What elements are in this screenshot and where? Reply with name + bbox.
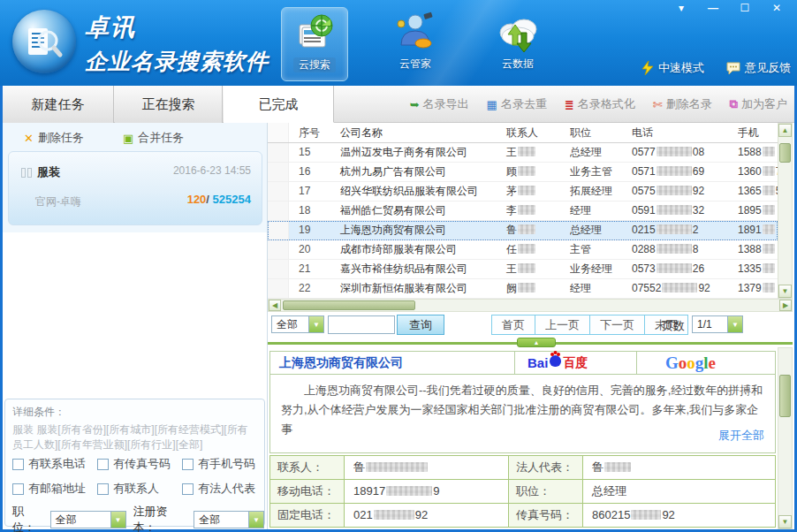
table-vertical-scrollbar[interactable]: ▲ ▼ [778, 123, 793, 299]
delete-list-button[interactable]: ✄ 删除名录 [653, 96, 712, 112]
checkbox-has-phone[interactable]: 有联系电话 [12, 456, 97, 472]
scroll-right-icon[interactable]: ▶ [779, 300, 792, 311]
format-list-label: 名录格式化 [578, 96, 635, 112]
nav-cloud-search-button[interactable]: 云搜索 [281, 7, 348, 81]
redacted-text [763, 166, 775, 176]
position-filter-select[interactable]: 全部 ▼ [50, 511, 126, 528]
table-row[interactable]: 16 杭州九易广告有限公司 顾 业务主管 057169 13607 [268, 163, 778, 182]
query-button[interactable]: 查询 [397, 315, 444, 335]
vertical-scroll-thumb[interactable] [779, 143, 791, 163]
header-selector-col [268, 123, 289, 142]
detail-vertical-scrollbar[interactable]: ▼ [778, 347, 793, 529]
window-minimize-button[interactable]: — [702, 2, 725, 16]
capital-filter-select[interactable]: 全部 ▼ [194, 511, 264, 528]
detail-scroll-thumb[interactable] [779, 375, 791, 417]
cell-tel: 02152 [632, 221, 738, 239]
collapse-detail-button[interactable]: ▲ [517, 338, 556, 347]
tab-new-task[interactable]: 新建任务 [3, 86, 114, 123]
task-card[interactable]: 服装 2016-6-23 14:55 官网-卓嗨 120/ 525254 [8, 151, 262, 225]
merge-task-icon: ▣ [123, 132, 133, 145]
add-customer-button[interactable]: ⧉ 加为客户 [730, 96, 787, 112]
checkbox-has-fax[interactable]: 有传真号码 [97, 456, 182, 472]
checkbox-has-mobile[interactable]: 有手机号码 [182, 456, 255, 472]
redacted-text [657, 186, 692, 195]
table-horizontal-scrollbar[interactable]: ◀ ▶ [268, 299, 793, 312]
header-seq: 序号 [289, 123, 337, 142]
table-row[interactable]: 17 绍兴华联纺织品服装有限公司 茅 拓展经理 057592 13655 [268, 182, 778, 201]
merge-task-button[interactable]: ▣ 合并任务 [123, 130, 184, 146]
checkbox-has-legal-rep[interactable]: 有法人代表 [182, 481, 255, 497]
cell-company: 成都市绮部服装有限公司 [337, 240, 505, 259]
horizontal-scroll-thumb[interactable] [283, 300, 415, 310]
delete-task-icon: ✕ [24, 132, 34, 145]
cell-contact: 王 [505, 143, 570, 162]
cell-title: 拓展经理 [570, 182, 632, 201]
window-maximize-button[interactable]: ☐ [733, 2, 756, 16]
mobile-field-label: 移动电话： [270, 480, 345, 503]
cell-tel: 057169 [632, 163, 738, 181]
position-filter-value: 全部 [51, 513, 77, 528]
cell-selector [268, 182, 289, 201]
page-select[interactable]: 1/1 ▼ [692, 315, 743, 333]
speed-mode-button[interactable]: 中速模式 [641, 60, 704, 76]
cell-mobile: 1379 [738, 279, 778, 298]
magnifier-doc-icon [24, 21, 65, 62]
delete-list-label: 删除名录 [666, 96, 712, 112]
scroll-down-icon[interactable]: ▼ [778, 285, 792, 298]
table-row-selected[interactable]: 19 上海恩功商贸有限公司 鲁 总经理 02152 1891 [268, 221, 778, 240]
legal-rep-field-label: 法人代表： [509, 456, 583, 479]
app-title: 卓讯 企业名录搜索软件 [85, 11, 269, 76]
checkbox-icon [97, 459, 109, 470]
cell-contact: 王 [505, 260, 570, 278]
task-name: 服装 [37, 164, 60, 180]
table-row[interactable]: 20 成都市绮部服装有限公司 任 主管 02888 1388 [268, 240, 778, 260]
delete-task-label: 删除任务 [38, 130, 84, 146]
cell-contact: 茅 [505, 182, 570, 201]
search-input[interactable] [328, 315, 395, 334]
table-row[interactable]: 18 福州皓仁贸易有限公司 李 经理 059132 1895 [268, 201, 778, 221]
capital-filter-value: 全部 [194, 513, 220, 528]
cell-selector [268, 260, 289, 278]
window-close-button[interactable]: ✕ [765, 2, 788, 16]
app-title-line2: 企业名录搜索软件 [85, 47, 269, 76]
nav-cloud-data-button[interactable]: 云数据 [484, 7, 551, 81]
next-page-button[interactable]: 下一页 [589, 315, 645, 335]
chevron-down-icon: ▼ [248, 512, 263, 528]
checkbox-has-email[interactable]: 有邮箱地址 [12, 481, 97, 497]
checkbox-has-contact[interactable]: 有联系人 [97, 481, 182, 497]
tab-completed[interactable]: 已完成 [224, 86, 334, 123]
baidu-search-button[interactable]: Bai 百度 [514, 352, 636, 374]
task-count-separator: / [206, 193, 209, 206]
scroll-down-icon[interactable]: ▼ [778, 515, 792, 528]
detail-fields-table: 联系人： 鲁 法人代表： 鲁 移动电话： 189179 职位： 总经理 固定电话… [269, 455, 776, 528]
redacted-text [662, 283, 697, 293]
cloud-manager-icon [382, 7, 449, 57]
table-row[interactable]: 22 深圳市新恒佑服装有限公司 阙 经理 0755292 1379 [268, 279, 778, 299]
column-filter-select[interactable]: 全部 ▼ [271, 315, 324, 333]
checkbox-label: 有传真号码 [113, 456, 171, 472]
first-page-button[interactable]: 首页 [491, 315, 535, 335]
merge-task-label: 合并任务 [138, 130, 184, 146]
prev-page-button[interactable]: 上一页 [535, 315, 590, 335]
google-search-button[interactable]: Google [636, 352, 775, 374]
delete-task-button[interactable]: ✕ 删除任务 [24, 130, 84, 146]
tab-searching[interactable]: 正在搜索 [115, 86, 223, 123]
redacted-text [763, 186, 775, 195]
redacted-text [631, 510, 661, 520]
export-list-button[interactable]: ➥ 名录导出 [410, 96, 469, 112]
table-row[interactable]: 21 嘉兴市裕佳纺织品有限公司 王 业务经理 057326 1335 [268, 260, 778, 279]
redacted-text [657, 244, 692, 254]
expand-all-link[interactable]: 展开全部 [718, 426, 764, 445]
dedupe-list-button[interactable]: ▦ 名录去重 [487, 96, 547, 112]
capital-filter-label: 注册资本： [133, 504, 191, 532]
window-menu-button[interactable]: ▾ [670, 2, 693, 16]
feedback-button[interactable]: 意见反馈 [726, 60, 791, 76]
checkbox-label: 有邮箱地址 [28, 481, 86, 497]
nav-cloud-search-label: 云搜索 [293, 57, 336, 72]
nav-cloud-manager-button[interactable]: 云管家 [382, 7, 449, 81]
scroll-up-icon[interactable]: ▲ [778, 124, 792, 137]
scroll-left-icon[interactable]: ◀ [269, 300, 281, 311]
format-list-button[interactable]: ≣ 名录格式化 [565, 96, 635, 112]
table-row[interactable]: 15 温州迈发电子商务有限公司 王 总经理 057708 1588 [268, 143, 778, 163]
nav-cloud-manager-label: 云管家 [399, 57, 431, 70]
